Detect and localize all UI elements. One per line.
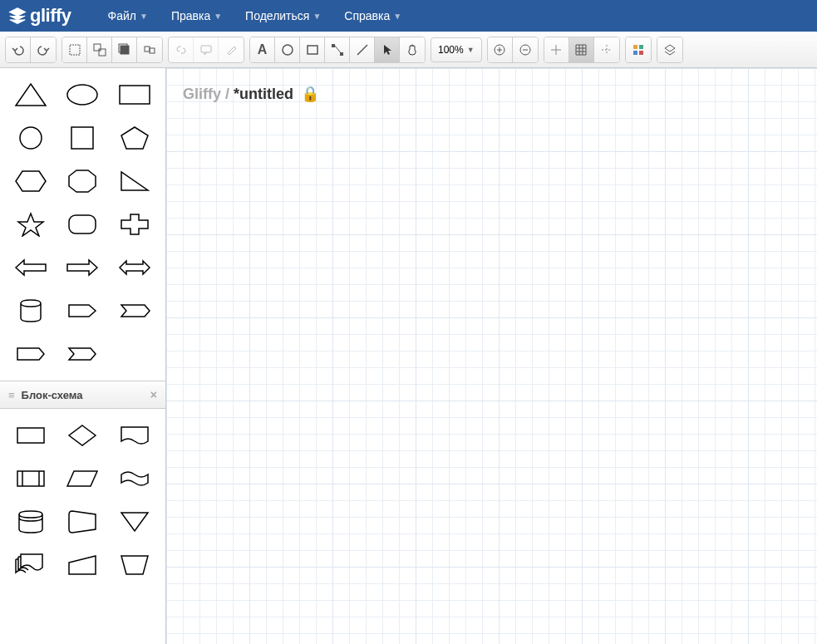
shape-tag-open[interactable] [111, 291, 159, 331]
shape-plus[interactable] [111, 204, 159, 244]
shape-rounded-rect[interactable] [58, 204, 106, 244]
logo[interactable]: gliffy [8, 5, 71, 27]
undo-icon [12, 43, 25, 57]
svg-rect-16 [633, 51, 637, 55]
zoom-in-button[interactable] [488, 37, 513, 62]
fc-display[interactable] [58, 502, 106, 542]
shape-triangle[interactable] [7, 75, 55, 115]
pointer-tool-button[interactable] [375, 37, 400, 62]
shape-right-triangle[interactable] [111, 161, 159, 201]
arrange-icon [143, 43, 156, 57]
canvas[interactable]: Gliffy / *untitled 🔒 Событие 1 Документ … [166, 68, 817, 644]
shape-hexagon[interactable] [7, 161, 55, 201]
fc-multi-doc[interactable] [7, 545, 55, 585]
fc-data[interactable] [58, 459, 106, 499]
shape-pentagon[interactable] [111, 118, 159, 158]
rect-icon [306, 43, 319, 57]
shape-chevron[interactable] [58, 334, 106, 374]
menu-file[interactable]: Файл▼ [96, 0, 160, 32]
breadcrumb-doc[interactable]: *untitled [234, 86, 293, 102]
arrange-button[interactable] [137, 37, 162, 62]
zoom-select[interactable]: 100%▼ [431, 37, 482, 62]
theme-button[interactable] [626, 37, 651, 62]
fc-wave[interactable] [111, 459, 159, 499]
theme-icon [632, 43, 645, 57]
comment-button [194, 37, 219, 62]
shape-arrow-left[interactable] [7, 248, 55, 288]
fc-predefined[interactable] [7, 459, 55, 499]
shape-arrow-both[interactable] [111, 248, 159, 288]
shape-square[interactable] [58, 118, 106, 158]
layers-icon [663, 43, 677, 57]
group-icon [93, 43, 106, 57]
svg-rect-2 [99, 49, 106, 56]
svg-point-8 [283, 45, 293, 55]
shape-ellipse[interactable] [58, 75, 106, 115]
ungroup-button[interactable] [112, 37, 137, 62]
guides-icon [600, 43, 613, 57]
menu-help[interactable]: Справка▼ [332, 0, 413, 32]
svg-rect-14 [633, 45, 637, 49]
zoom-in-icon [493, 43, 506, 57]
snap-button[interactable] [544, 37, 569, 62]
group-button[interactable] [87, 37, 112, 62]
shape-arrow-right[interactable] [58, 248, 106, 288]
svg-rect-0 [70, 45, 80, 55]
shape-sidebar[interactable]: ≡ Блок-схема × [0, 68, 166, 644]
drag-handle-icon: ≡ [8, 389, 15, 401]
shape-rectangle[interactable] [111, 75, 159, 115]
undo-button[interactable] [6, 37, 31, 62]
svg-rect-6 [150, 48, 155, 53]
zoom-out-button[interactable] [513, 37, 538, 62]
svg-rect-7 [201, 46, 211, 52]
grid-button[interactable] [569, 37, 594, 62]
hand-icon [406, 43, 419, 57]
line-icon [356, 43, 369, 57]
link-icon [175, 43, 188, 57]
link-button [169, 37, 194, 62]
grid-icon [574, 43, 588, 57]
breadcrumb-sep: / [225, 86, 229, 102]
svg-point-20 [20, 127, 42, 149]
shape-circle[interactable] [7, 118, 55, 158]
breadcrumb-root[interactable]: Gliffy [183, 86, 221, 102]
fc-database[interactable] [7, 502, 55, 542]
section-header-flowchart[interactable]: ≡ Блок-схема × [0, 381, 165, 409]
ellipse-tool-button[interactable] [275, 37, 300, 62]
svg-rect-10 [332, 44, 335, 47]
select-all-button[interactable] [62, 37, 87, 62]
section-title: Блок-схема [22, 389, 83, 401]
connector-icon [331, 43, 344, 57]
shape-star[interactable] [7, 204, 55, 244]
pan-tool-button[interactable] [400, 37, 425, 62]
fc-extract[interactable] [111, 502, 159, 542]
fc-document[interactable] [111, 415, 159, 455]
text-tool-button[interactable]: A [250, 37, 275, 62]
svg-rect-23 [17, 428, 44, 443]
shape-cylinder[interactable] [7, 291, 55, 331]
guides-button[interactable] [594, 37, 619, 62]
shape-octagon[interactable] [58, 161, 106, 201]
svg-point-18 [67, 85, 97, 105]
svg-rect-19 [120, 86, 150, 104]
rect-tool-button[interactable] [300, 37, 325, 62]
fc-process[interactable] [7, 415, 55, 455]
svg-rect-24 [17, 471, 44, 486]
close-icon[interactable]: × [150, 388, 157, 401]
fc-manual-op[interactable] [111, 545, 159, 585]
fc-manual-input[interactable] [58, 545, 106, 585]
redo-button[interactable] [31, 37, 56, 62]
menu-share[interactable]: Поделиться▼ [234, 0, 332, 32]
shape-banner[interactable] [7, 334, 55, 374]
brush-icon [224, 43, 238, 57]
menu-edit[interactable]: Правка▼ [160, 0, 234, 32]
line-tool-button[interactable] [350, 37, 375, 62]
fc-decision[interactable] [58, 415, 106, 455]
toolbar: A 100%▼ [0, 32, 817, 68]
layers-button[interactable] [657, 37, 682, 62]
shape-tag-right[interactable] [58, 291, 106, 331]
svg-rect-5 [145, 47, 150, 52]
svg-rect-9 [308, 46, 317, 54]
svg-rect-21 [71, 127, 93, 149]
connector-tool-button[interactable] [325, 37, 350, 62]
